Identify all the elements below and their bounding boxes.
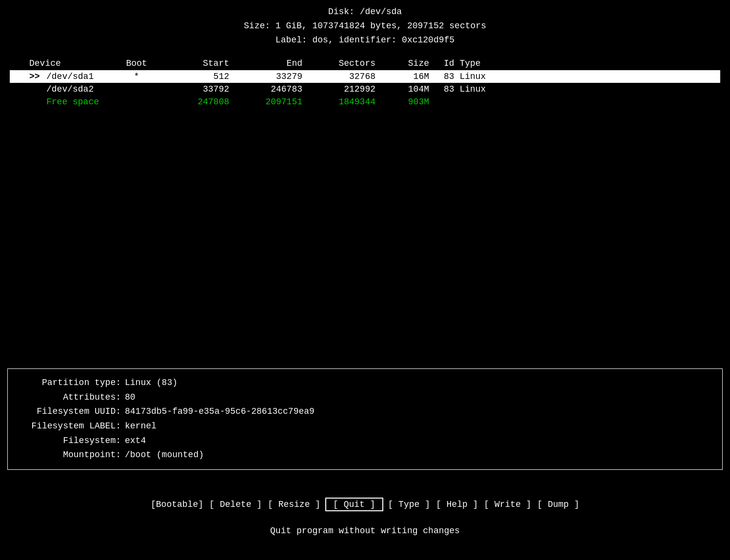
- info-value: Linux (83): [125, 376, 712, 390]
- col-header-device: Device: [10, 58, 107, 68]
- row-device: /dev/sda1: [46, 72, 94, 81]
- col-header-idtype: Id Type: [439, 58, 512, 68]
- info-value: /boot (mounted): [125, 448, 712, 463]
- row-cell: 104M: [385, 84, 439, 94]
- row-cell: 1849344: [312, 97, 385, 107]
- row-cell: 512: [166, 72, 239, 81]
- info-panel: Partition type:Linux (83)Attributes:80Fi…: [7, 368, 723, 470]
- col-header-boot: Boot: [107, 58, 166, 68]
- table-body: >>/dev/sda1*512332793276816M83 Linux /de…: [10, 70, 720, 108]
- table-row[interactable]: >>/dev/sda1*512332793276816M83 Linux: [10, 70, 720, 83]
- info-fields: Partition type:Linux (83)Attributes:80Fi…: [18, 376, 712, 463]
- status-text: Quit program without writing changes: [270, 526, 460, 536]
- row-cell: 32768: [312, 72, 385, 81]
- status-bar: Quit program without writing changes: [0, 526, 730, 536]
- disk-label: Disk: /dev/sda: [0, 5, 730, 19]
- row-cell: [107, 84, 166, 94]
- label-line: Label: dos, identifier: 0xc120d9f5: [0, 33, 730, 47]
- col-header-sectors: Sectors: [312, 58, 385, 68]
- info-value: 80: [125, 390, 712, 405]
- buttons-container: [Bootable][ Delete ][ Resize ][ Quit ][ …: [150, 498, 580, 511]
- row-cell: 33792: [166, 84, 239, 94]
- toolbar-button[interactable]: [ Write ]: [483, 498, 532, 511]
- info-row: Filesystem LABEL:kernel: [18, 419, 712, 434]
- info-label: Attributes:: [18, 390, 125, 405]
- info-row: Filesystem UUID:84173db5-fa99-e35a-95c6-…: [18, 405, 712, 419]
- row-cell: 903M: [385, 97, 439, 107]
- col-header-start: Start: [166, 58, 239, 68]
- row-cell: 2097151: [239, 97, 312, 107]
- partition-table: Device Boot Start End Sectors Size Id Ty…: [0, 57, 730, 108]
- toolbar-button[interactable]: [ Quit ]: [325, 498, 383, 511]
- toolbar-button[interactable]: [ Resize ]: [267, 498, 321, 511]
- row-cell: 16M: [385, 72, 439, 81]
- row-cell: 246783: [239, 84, 312, 94]
- toolbar-button[interactable]: [ Delete ]: [208, 498, 263, 511]
- header: Disk: /dev/sda Size: 1 GiB, 1073741824 b…: [0, 0, 730, 47]
- toolbar-button[interactable]: [ Help ]: [435, 498, 479, 511]
- table-row[interactable]: Free space24780820971511849344903M: [10, 96, 720, 108]
- table-row[interactable]: /dev/sda233792246783212992104M83 Linux: [10, 83, 720, 96]
- info-label: Filesystem:: [18, 434, 125, 448]
- info-label: Mountpoint:: [18, 448, 125, 463]
- info-row: Attributes:80: [18, 390, 712, 405]
- row-device: /dev/sda2: [46, 84, 94, 94]
- toolbar-button[interactable]: [ Type ]: [387, 498, 431, 511]
- toolbar-button[interactable]: [Bootable]: [150, 498, 204, 511]
- info-row: Filesystem:ext4: [18, 434, 712, 448]
- row-cell: 33279: [239, 72, 312, 81]
- row-indicator: >>: [29, 72, 46, 81]
- bottom-bar: [Bootable][ Delete ][ Resize ][ Quit ][ …: [0, 498, 730, 511]
- row-cell: 247808: [166, 97, 239, 107]
- row-cell: 212992: [312, 84, 385, 94]
- col-header-size: Size: [385, 58, 439, 68]
- row-idtype: 83 Linux: [439, 84, 512, 94]
- info-label: Filesystem LABEL:: [18, 419, 125, 434]
- info-value: 84173db5-fa99-e35a-95c6-28613cc79ea9: [125, 405, 712, 419]
- row-cell: *: [107, 72, 166, 81]
- info-label: Partition type:: [18, 376, 125, 390]
- toolbar-button[interactable]: [ Dump ]: [536, 498, 580, 511]
- row-idtype: 83 Linux: [439, 72, 512, 81]
- screen: Disk: /dev/sda Size: 1 GiB, 1073741824 b…: [0, 0, 730, 560]
- row-idtype: [439, 97, 512, 107]
- info-row: Mountpoint:/boot (mounted): [18, 448, 712, 463]
- row-device: Free space: [46, 97, 99, 107]
- size-line: Size: 1 GiB, 1073741824 bytes, 2097152 s…: [0, 19, 730, 33]
- row-cell: [107, 97, 166, 107]
- info-row: Partition type:Linux (83): [18, 376, 712, 390]
- info-value: kernel: [125, 419, 712, 434]
- info-value: ext4: [125, 434, 712, 448]
- table-header: Device Boot Start End Sectors Size Id Ty…: [10, 57, 720, 70]
- col-header-end: End: [239, 58, 312, 68]
- info-label: Filesystem UUID:: [18, 405, 125, 419]
